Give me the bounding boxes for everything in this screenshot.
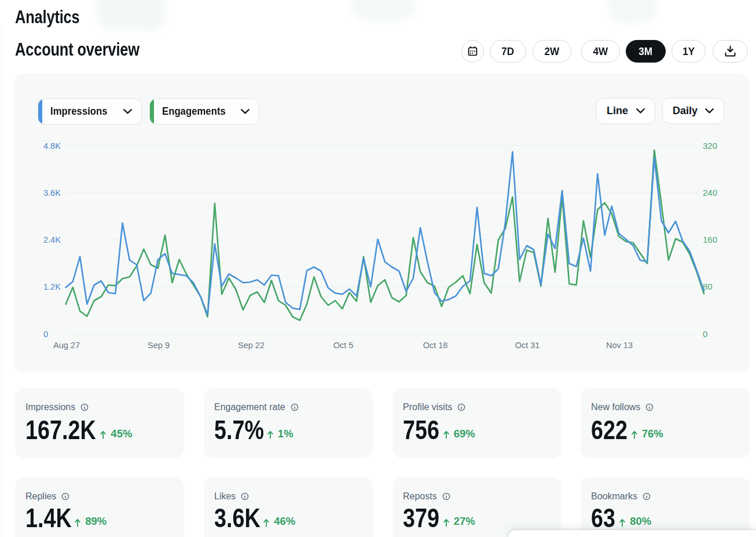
svg-text:0: 0	[43, 330, 48, 339]
svg-text:4.8K: 4.8K	[43, 141, 61, 151]
svg-text:Nov 13: Nov 13	[606, 341, 633, 350]
svg-text:2.4K: 2.4K	[43, 235, 61, 244]
svg-text:Aug 27: Aug 27	[53, 341, 80, 350]
svg-text:240: 240	[703, 188, 717, 198]
svg-text:Oct 31: Oct 31	[515, 341, 540, 350]
svg-text:1.2K: 1.2K	[43, 282, 61, 291]
svg-text:Oct 5: Oct 5	[333, 341, 354, 350]
svg-text:Sep 9: Sep 9	[148, 341, 170, 350]
svg-text:320: 320	[703, 141, 717, 151]
svg-text:160: 160	[703, 235, 717, 244]
svg-text:0: 0	[703, 329, 707, 339]
svg-text:Oct 18: Oct 18	[423, 341, 448, 350]
svg-text:Sep 22: Sep 22	[238, 341, 265, 350]
svg-text:3.6K: 3.6K	[43, 188, 61, 198]
